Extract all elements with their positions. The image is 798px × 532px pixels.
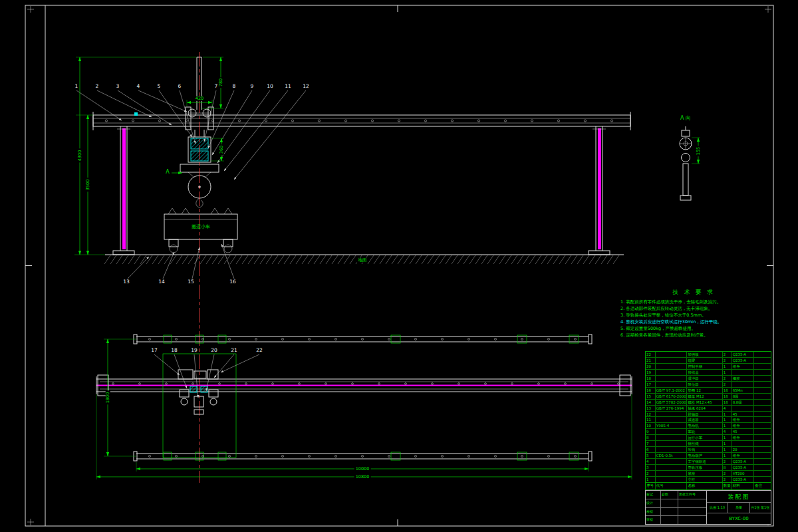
bom-cell bbox=[732, 441, 754, 446]
detail-view-label: A 向 bbox=[680, 116, 691, 121]
bom-cell bbox=[753, 382, 771, 387]
bom-cell bbox=[753, 358, 771, 363]
bom-cell: 限位器 bbox=[686, 382, 722, 387]
bom-row: 1立柱2Q235-A bbox=[646, 476, 771, 482]
bom-cell: 8 bbox=[722, 465, 732, 470]
bom-cell: 65Mn bbox=[732, 388, 754, 393]
bom-cell: 1 bbox=[722, 441, 732, 446]
bom-cell: 材料 bbox=[732, 483, 754, 489]
part-balloon: 6 bbox=[178, 84, 182, 89]
bom-cell: 45 bbox=[732, 429, 754, 434]
bom-cell: 备注 bbox=[753, 483, 771, 489]
part-balloon: 1 bbox=[75, 84, 78, 89]
bom-cell bbox=[753, 435, 771, 440]
bom-cell bbox=[655, 364, 686, 369]
bom-cell: Q235-A bbox=[732, 352, 754, 357]
bom-row: 4工字钢轨道2Q235-A bbox=[646, 458, 771, 464]
bom-cell: HT200 bbox=[732, 471, 754, 476]
bom-cell: 加强板 bbox=[686, 352, 722, 357]
bom-cell: 1 bbox=[722, 412, 732, 417]
bom-cell bbox=[753, 352, 771, 357]
bom-cell: 吊钩 bbox=[686, 447, 722, 452]
part-balloon: 17 bbox=[151, 348, 158, 353]
bom-cell: 电动葫芦 bbox=[686, 453, 722, 458]
bom-cell: 16 bbox=[722, 400, 732, 405]
tech-requirement-line: 2. 各运动部件装配后应转动灵活，无卡滞现象。 bbox=[620, 305, 767, 312]
bom-cell: 45 bbox=[732, 412, 754, 417]
bom-cell: 垫圈 12 bbox=[686, 388, 722, 393]
bom-cell: 控制手柄 bbox=[686, 364, 722, 369]
bom-cell: 1 bbox=[722, 417, 732, 422]
bom-cell: 8级 bbox=[732, 394, 754, 399]
bom-row: 17限位器2 bbox=[646, 381, 771, 387]
bom-row: 5CD1-0.5t电动葫芦1组件 bbox=[646, 452, 771, 458]
bom-cell: 螺栓 M12×45 bbox=[686, 400, 722, 405]
tech-requirement-line: 3. 导轨接头处应平整，错位不大于0.5mm。 bbox=[620, 312, 767, 319]
bom-cell: 2 bbox=[722, 477, 732, 482]
bom-cell bbox=[732, 370, 754, 375]
bom-cell: 17 bbox=[646, 382, 655, 387]
bom-cell: 21 bbox=[646, 358, 655, 363]
tech-requirements-title: 技 术 要 求 bbox=[620, 289, 767, 297]
bom-cell: 1 bbox=[722, 364, 732, 369]
bom-cell: 轴承 6204 bbox=[686, 406, 722, 411]
bom-cell: 工字钢轨道 bbox=[686, 459, 722, 464]
title-block: 标记 处数 更改文件号 设计 校核 审核 装配图 比 bbox=[645, 490, 771, 525]
tb-change-label: 更改文件号 bbox=[678, 491, 706, 499]
part-balloon: 22 bbox=[256, 348, 263, 353]
bom-cell: 1 bbox=[722, 370, 732, 375]
bom-cell: 车轮 bbox=[686, 429, 722, 434]
bom-cell: 5 bbox=[646, 453, 655, 458]
bom-row: 2底座2HT200 bbox=[646, 470, 771, 476]
bom-cell bbox=[753, 441, 771, 446]
bom-row: 21端梁2Q235-A bbox=[646, 357, 771, 363]
part-balloon: 7 bbox=[215, 84, 218, 89]
bom-cell bbox=[753, 394, 771, 399]
detail-view-a bbox=[680, 126, 700, 200]
bom-cell: 2 bbox=[722, 358, 732, 363]
bom-cell bbox=[655, 417, 686, 422]
leader-lines-top bbox=[76, 90, 306, 180]
drawing-number: BYXC-00 bbox=[707, 513, 771, 524]
bom-cell bbox=[753, 412, 771, 417]
bom-row: 9车轮445 bbox=[646, 428, 771, 434]
bom-cell: GB/T 5782-2000 bbox=[655, 400, 686, 405]
bom-cell bbox=[655, 477, 686, 482]
bom-cell: 16 bbox=[722, 394, 732, 399]
bom-cell: 18 bbox=[646, 376, 655, 381]
bom-row: 18缓冲器2橡胶 bbox=[646, 375, 771, 381]
bom-cell bbox=[753, 423, 771, 428]
bom-cell: 序号 bbox=[646, 483, 655, 489]
bom-row: 19接线盒1 bbox=[646, 369, 771, 375]
bom-cell bbox=[732, 406, 754, 411]
tech-requirements-lines: 1. 装配前所有零件必须清洗干净，去除毛刺及油污。2. 各运动部件装配后应转动灵… bbox=[620, 299, 767, 338]
bom-cell bbox=[753, 388, 771, 393]
dim-mast-height: 780 bbox=[219, 77, 223, 88]
bom-row: 12联轴器145 bbox=[646, 411, 771, 417]
part-balloon: 10 bbox=[267, 84, 273, 89]
bom-cell: 11 bbox=[646, 417, 655, 422]
bom-cell bbox=[655, 435, 686, 440]
bom-cell: 橡胶 bbox=[732, 376, 754, 381]
plan-view bbox=[96, 334, 632, 479]
bom-cell: Q235-A bbox=[732, 358, 754, 363]
bom-cell: 钢丝绳 bbox=[686, 441, 722, 446]
tb-audit-label: 审核 bbox=[646, 516, 660, 524]
bom-cell: 9 bbox=[646, 429, 655, 434]
part-balloon: 11 bbox=[285, 84, 291, 89]
bom-cell: 导轨压板 bbox=[686, 465, 722, 470]
tb-sheet: 共1张 第1张 bbox=[749, 503, 771, 513]
bom-cell: 运行小车 bbox=[686, 435, 722, 440]
dim-trolley-width: 420 bbox=[194, 96, 205, 101]
bom-cell bbox=[655, 358, 686, 363]
bom-row: 22加强板2Q235-A bbox=[646, 352, 771, 357]
bom-cell: Q235-A bbox=[732, 465, 754, 470]
bom-row: 8运行小车1组件 bbox=[646, 434, 771, 440]
tb-mark-label: 标记 bbox=[646, 491, 660, 499]
part-balloon: 12 bbox=[303, 84, 309, 89]
bom-cell: 1 bbox=[722, 453, 732, 458]
part-balloon: 13 bbox=[123, 279, 130, 285]
part-balloon: 3 bbox=[116, 84, 120, 89]
bom-cell: 代号 bbox=[655, 483, 686, 489]
tb-weight: 质量 bbox=[728, 503, 749, 513]
